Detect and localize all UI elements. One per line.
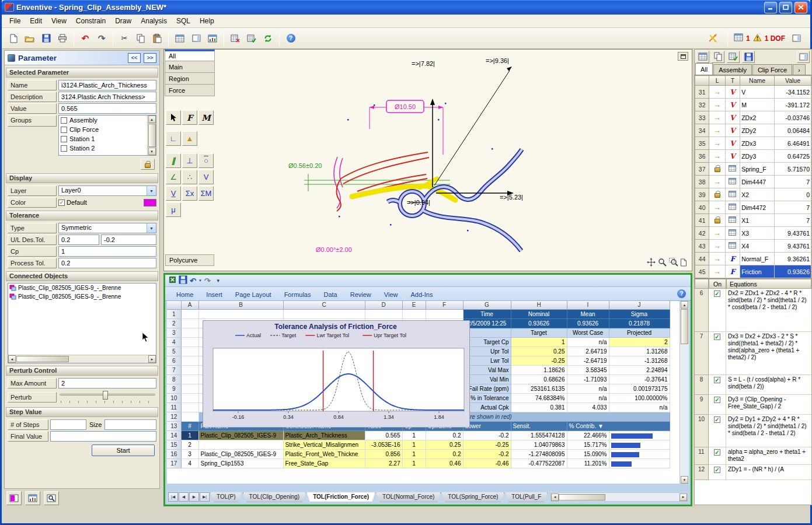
save-table-button[interactable] [742, 51, 755, 63]
scroll-up-icon[interactable]: ▲ [148, 116, 156, 123]
minimize-button[interactable] [764, 2, 777, 13]
param-row-v[interactable]: 31→VV-34.1152 [695, 86, 811, 99]
qat-more-button[interactable]: ▼ [216, 278, 221, 284]
param-row-x2[interactable]: 39X20 [695, 188, 811, 201]
equation-row-7[interactable]: 7✓Dx3 = Dx2 + ZDx3 - 2 * S * sind((theta… [695, 332, 811, 375]
param-lock-cell[interactable]: → [709, 137, 725, 150]
row-header-11[interactable]: 11 [167, 402, 181, 412]
redo-button[interactable]: ↷ [94, 31, 109, 46]
copy-button[interactable] [133, 31, 148, 46]
cell[interactable]: 0.93626 [567, 318, 609, 328]
zoom-icon[interactable] [658, 258, 667, 269]
row-header-14[interactable]: 14 [167, 430, 181, 440]
param-value[interactable]: 0.93626 [775, 265, 811, 278]
menu-analysis[interactable]: Analysis [137, 16, 171, 26]
row-header-15[interactable]: 15 [167, 440, 181, 449]
cell[interactable]: Fail Rate (ppm) [463, 384, 511, 393]
group-checkbox[interactable] [61, 127, 67, 133]
qat-undo-button[interactable]: ↶ [190, 277, 196, 285]
contrib-pct[interactable]: 15.717% [567, 440, 609, 449]
contrib-upr[interactable]: 0.46 [426, 459, 463, 468]
cell[interactable]: -2.64719 [567, 356, 609, 365]
check-table-button[interactable] [727, 51, 740, 63]
contrib-cp[interactable]: 1 [402, 449, 426, 459]
row-header-3[interactable]: 3 [167, 328, 181, 337]
param-row-x1[interactable]: 41X17 [695, 214, 811, 227]
name-label[interactable]: Name [8, 80, 57, 90]
cell[interactable]: % in Tolerance [463, 393, 511, 402]
cell[interactable] [283, 309, 365, 318]
max-amount-label[interactable]: Max Amount [8, 378, 57, 388]
menu-edit[interactable]: Edit [26, 16, 46, 26]
color-swatch[interactable] [144, 199, 156, 206]
friction-tool[interactable]: μ [166, 202, 181, 217]
param-value[interactable]: 5.71570 [775, 163, 811, 176]
linkage-tool[interactable]: ∴ [182, 170, 197, 184]
contrib-sensit[interactable]: 1.04079863 [511, 440, 567, 449]
param-lock-cell[interactable]: → [709, 176, 725, 188]
param-lock-cell[interactable]: → [709, 99, 725, 111]
tangent-tool[interactable]: ○ [198, 153, 214, 168]
table-tab-all[interactable]: All [695, 63, 713, 75]
equation-row-11[interactable]: 11✓alpha = alpha_zero + theta1 + theta2 [695, 447, 811, 465]
contrib-num[interactable]: 1 [181, 430, 198, 440]
final-value-label[interactable]: Final Value [8, 431, 48, 442]
copy-table-button[interactable] [712, 51, 724, 63]
sheet-tab-tol-spring_force-[interactable]: TOL(Spring_Force) [441, 492, 504, 502]
tolerance-dimension-label[interactable]: Ø0.56±0.20 [288, 162, 322, 169]
angle-tool[interactable]: ∠ [166, 170, 181, 184]
equation-checkbox[interactable]: ✓ [714, 377, 720, 383]
table-tab-assembly[interactable]: Assembly [713, 64, 752, 75]
contrib-num[interactable]: 4 [181, 459, 198, 468]
type-label[interactable]: Type [8, 223, 57, 233]
zoom-region-icon[interactable] [669, 258, 678, 269]
equation-checkbox[interactable]: ✓ [714, 449, 720, 456]
refresh-button[interactable] [260, 31, 276, 46]
connected-objects-list[interactable]: ◄► Plastic_Clip_082505_IGES-9_-_BrennePl… [8, 283, 156, 363]
insert-table-button[interactable] [172, 31, 187, 46]
value-input[interactable]: 0.565 [58, 103, 156, 114]
save-button[interactable] [39, 31, 54, 46]
polycurve-tab[interactable]: Polycurve [165, 254, 214, 266]
cell[interactable] [426, 309, 463, 318]
layer-dropdown[interactable]: Layer0▼ [58, 186, 156, 196]
contrib-lower[interactable]: -0.2 [463, 449, 511, 459]
process-tol-input[interactable]: 0.2 [58, 258, 156, 268]
cell[interactable]: Projected [609, 328, 670, 337]
contrib-upr[interactable]: 0.2 [426, 430, 463, 440]
cell[interactable]: Sigma [609, 309, 670, 318]
contrib-upr[interactable]: 0.2 [426, 449, 463, 459]
cut-button[interactable]: ✂ [117, 31, 132, 46]
contrib-sensit[interactable]: -1.274808095 [511, 449, 567, 459]
hscroll-thumb[interactable] [559, 494, 605, 501]
parallel-tool[interactable]: ∥ [166, 153, 181, 168]
close-button[interactable] [794, 2, 807, 13]
row-header-12[interactable]: 12 [167, 412, 181, 421]
sheet-tab-tol-clip_opening-[interactable]: TOL(Clip_Opening) [243, 492, 306, 502]
equation-checkbox[interactable]: ✓ [714, 416, 720, 423]
table-tabs-scroll-button[interactable]: › [793, 64, 806, 75]
maximize-button[interactable] [779, 2, 792, 13]
param-col-value[interactable]: Value [775, 76, 811, 86]
tolerance-chart-object[interactable]: Tolerance Analysis of Friction_ForceActu… [203, 320, 470, 428]
connected-object-0[interactable]: Plastic_Clip_082505_IGES-9_-_Brenne [8, 284, 156, 292]
cell[interactable]: 1.31268 [609, 346, 670, 356]
equation-checkbox[interactable]: ✓ [714, 467, 720, 473]
ribbon-tab-formulas[interactable]: Formulas [278, 289, 318, 300]
cell[interactable]: -1.31268 [609, 356, 670, 365]
qat-save-button[interactable] [179, 275, 187, 286]
paste-button[interactable] [149, 31, 165, 46]
angle-dimension-label[interactable]: Ø0.00°±2.00 [316, 246, 352, 253]
contrib-part[interactable]: Plastic_Clip_082505_IGES-9 [198, 430, 283, 440]
equation-row-12[interactable]: 12✓ZDy1 = - (NR * h) / (A [695, 465, 811, 480]
display-options-button[interactable] [6, 491, 22, 505]
cell[interactable]: n/a [609, 402, 670, 412]
sheet-tab-tol-p-[interactable]: TOL(P) [210, 492, 242, 502]
equation-row-6[interactable]: 6✓Dx2 = ZDx1 + ZDx2 - 4 * R * sind(beta … [695, 289, 811, 332]
param-row-m[interactable]: 32→VM-391.172 [695, 99, 811, 111]
ribbon-tab-insert[interactable]: Insert [200, 289, 229, 300]
excel-help-icon[interactable]: ? [677, 289, 686, 298]
param-lock-cell[interactable]: → [709, 150, 725, 163]
contrib-num[interactable]: 2 [181, 440, 198, 449]
table-tab-clip-force[interactable]: Clip Force [752, 64, 792, 75]
